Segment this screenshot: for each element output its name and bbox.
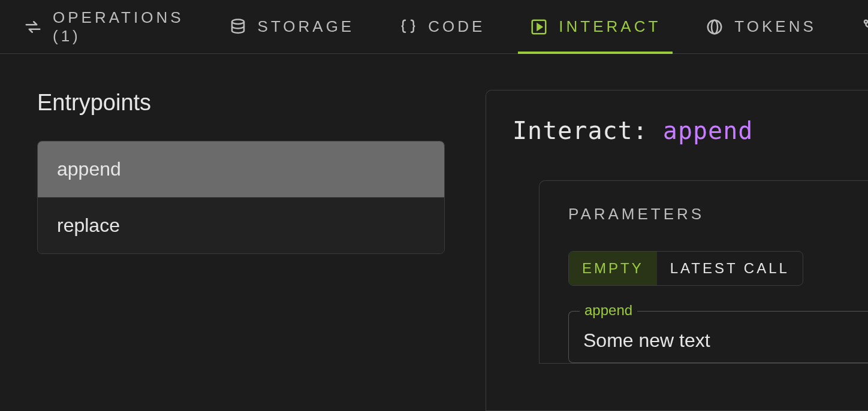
interact-panel: Interact: append PARAMETERS EMPTY LATEST… bbox=[486, 90, 868, 411]
parameters-box: PARAMETERS EMPTY LATEST CALL append bbox=[539, 180, 868, 364]
fork-icon bbox=[861, 18, 868, 36]
tab-tokens[interactable]: TOKENS bbox=[694, 0, 828, 53]
svg-point-4 bbox=[864, 20, 867, 23]
interact-method-name: append bbox=[663, 117, 754, 144]
tab-operations[interactable]: OPERATIONS (1) bbox=[12, 0, 196, 53]
interact-panel-column: Interact: append PARAMETERS EMPTY LATEST… bbox=[486, 54, 868, 411]
coin-icon bbox=[706, 18, 724, 36]
tab-label: TOKENS bbox=[734, 17, 816, 36]
svg-point-0 bbox=[232, 19, 244, 24]
play-box-icon bbox=[530, 18, 548, 36]
braces-icon bbox=[399, 18, 417, 36]
svg-point-3 bbox=[712, 20, 718, 34]
tab-label: CODE bbox=[428, 17, 485, 36]
entrypoints-panel: Entrypoints append replace bbox=[0, 54, 486, 411]
tab-storage[interactable]: STORAGE bbox=[217, 0, 367, 53]
param-field-label: append bbox=[580, 302, 637, 319]
tab-fork[interactable]: FORK bbox=[849, 0, 868, 53]
interact-title: Interact: append bbox=[513, 117, 868, 144]
tab-label: INTERACT bbox=[559, 17, 661, 36]
main-area: Entrypoints append replace Interact: app… bbox=[0, 54, 868, 411]
database-icon bbox=[229, 18, 247, 36]
entrypoints-title: Entrypoints bbox=[37, 90, 450, 116]
param-field-input[interactable] bbox=[583, 330, 854, 352]
entrypoints-list: append replace bbox=[37, 141, 445, 254]
entrypoint-item-append[interactable]: append bbox=[38, 141, 444, 197]
tab-label: OPERATIONS (1) bbox=[53, 8, 184, 46]
param-field-wrap: append bbox=[568, 311, 868, 363]
toggle-empty[interactable]: EMPTY bbox=[569, 252, 657, 285]
entrypoint-item-replace[interactable]: replace bbox=[38, 197, 444, 253]
toggle-latest-call[interactable]: LATEST CALL bbox=[657, 252, 803, 285]
tab-label: STORAGE bbox=[258, 17, 355, 36]
interact-title-prefix: Interact: bbox=[513, 117, 663, 144]
svg-point-2 bbox=[708, 20, 722, 34]
tab-code[interactable]: CODE bbox=[387, 0, 497, 53]
swap-icon bbox=[24, 18, 42, 36]
params-toggle-group: EMPTY LATEST CALL bbox=[568, 251, 803, 286]
parameters-label: PARAMETERS bbox=[568, 205, 868, 223]
tab-interact[interactable]: INTERACT bbox=[518, 0, 673, 53]
tab-bar: OPERATIONS (1) STORAGE CODE INTE bbox=[0, 0, 868, 54]
